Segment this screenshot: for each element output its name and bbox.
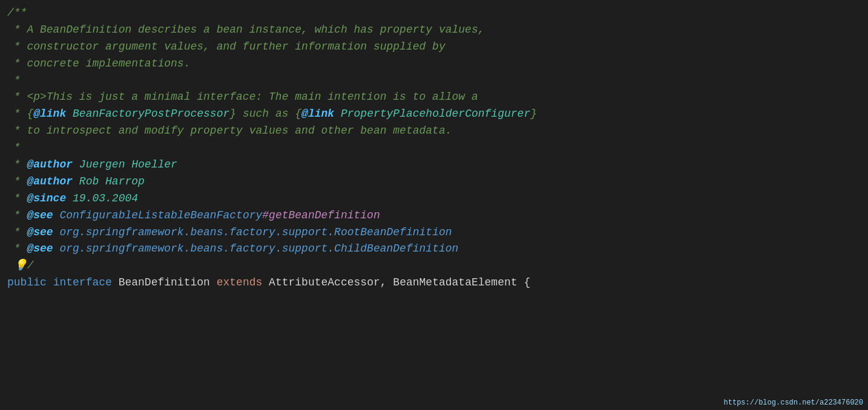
url-bar: https://blog.csdn.net/a223476020: [719, 396, 868, 410]
code-token: 19.03.2004: [66, 190, 138, 207]
code-token: *: [7, 140, 21, 157]
code-token: org.springframework.beans.factory.suppor…: [53, 241, 459, 258]
code-line: * @author Rob Harrop: [7, 174, 868, 190]
code-token: [47, 275, 53, 291]
code-token: *: [7, 207, 27, 224]
code-token: BeanFactoryPostProcessor: [66, 106, 229, 123]
code-token: 💡: [7, 258, 27, 275]
code-line: * @since 19.03.2004: [7, 190, 868, 207]
code-token: constructor argument values, and further…: [27, 39, 445, 56]
code-token: ConfigurableListableBeanFactory: [53, 207, 263, 224]
code-line: * concrete implementations.: [7, 56, 868, 73]
code-token: *: [7, 224, 27, 241]
code-token: #: [262, 207, 269, 224]
code-token: *: [7, 123, 27, 140]
code-token: } such as {: [229, 106, 301, 123]
code-line: * @see ConfigurableListableBeanFactory#g…: [7, 207, 868, 224]
code-token: extends: [217, 275, 263, 291]
code-token: @see: [27, 207, 53, 224]
code-line: * <p>This is just a minimal interface: T…: [7, 89, 868, 106]
code-token: concrete implementations.: [27, 56, 190, 73]
code-token: @see: [27, 224, 53, 241]
code-token: @since: [27, 190, 66, 207]
code-token: *: [7, 73, 21, 89]
code-token: *: [7, 241, 27, 258]
code-token: *: [7, 39, 27, 56]
code-token: @see: [27, 241, 53, 258]
code-line: *: [7, 73, 868, 89]
code-line: public interface BeanDefinition extends …: [7, 275, 868, 291]
code-token: getBeanDefinition: [269, 207, 380, 224]
code-token: *: [7, 56, 27, 73]
code-line: * to introspect and modify property valu…: [7, 123, 868, 140]
code-token: *: [7, 190, 27, 207]
code-token: /: [27, 258, 34, 275]
code-token: *: [7, 89, 27, 106]
code-token: /**: [7, 5, 27, 22]
code-line: /**: [7, 5, 868, 22]
code-token: @author: [27, 157, 73, 174]
code-editor: /** * A BeanDefinition describes a bean …: [0, 0, 868, 410]
code-token: @link: [301, 106, 334, 123]
code-line: 💡/: [7, 258, 868, 275]
code-token: @link: [33, 106, 66, 123]
code-token: interface: [53, 275, 112, 291]
code-line: * @author Juergen Hoeller: [7, 157, 868, 174]
code-token: A BeanDefinition describes a bean instan…: [27, 22, 484, 39]
code-token: Juergen Hoeller: [73, 157, 177, 174]
code-token: AttributeAccessor,: [262, 275, 393, 291]
code-token: This is just a minimal interface: The ma…: [47, 89, 478, 106]
code-token: *: [7, 22, 27, 39]
code-line: *: [7, 140, 868, 157]
code-token: *: [7, 174, 27, 190]
code-token: Rob Harrop: [73, 174, 145, 190]
code-token: to introspect and modify property values…: [27, 123, 452, 140]
code-token: public: [7, 275, 47, 291]
code-token: BeanDefinition: [112, 275, 217, 291]
code-line: * A BeanDefinition describes a bean inst…: [7, 22, 868, 39]
code-token: }: [530, 106, 537, 123]
code-token: {: [518, 275, 531, 291]
code-line: * {@link BeanFactoryPostProcessor} such …: [7, 106, 868, 123]
code-token: <p>: [27, 89, 46, 106]
code-line: * @see org.springframework.beans.factory…: [7, 224, 868, 241]
code-content: /** * A BeanDefinition describes a bean …: [7, 5, 868, 291]
code-token: org.springframework.beans.factory.suppor…: [53, 224, 452, 241]
code-line: * @see org.springframework.beans.factory…: [7, 241, 868, 258]
code-token: BeanMetadataElement: [393, 275, 517, 291]
code-token: * {: [7, 106, 33, 123]
code-token: @author: [27, 174, 73, 190]
code-token: PropertyPlaceholderConfigurer: [334, 106, 530, 123]
code-token: *: [7, 157, 27, 174]
code-line: * constructor argument values, and furth…: [7, 39, 868, 56]
